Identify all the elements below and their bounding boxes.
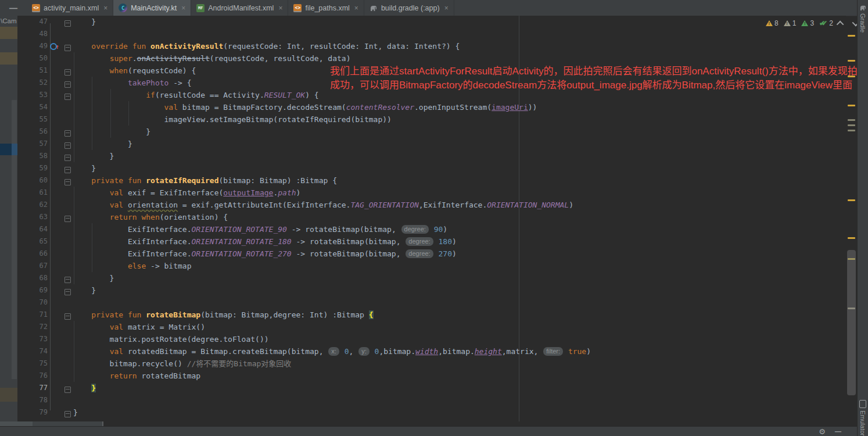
fold-column[interactable]: [62, 89, 73, 101]
fold-close-icon[interactable]: [64, 277, 71, 283]
fold-close-icon[interactable]: [64, 411, 71, 417]
warning-count-weak[interactable]: ! 1: [784, 19, 797, 27]
fold-column[interactable]: [62, 65, 73, 77]
fold-close-icon[interactable]: [64, 20, 71, 27]
fold-column[interactable]: [62, 40, 73, 52]
fold-column[interactable]: [62, 211, 73, 223]
close-icon[interactable]: ×: [444, 4, 449, 12]
fold-open-icon[interactable]: [64, 179, 71, 185]
line-number[interactable]: 73: [17, 333, 48, 345]
fold-column[interactable]: [62, 309, 73, 321]
project-panel-scrollbar[interactable]: [12, 100, 17, 379]
line-number[interactable]: 66: [17, 248, 48, 260]
fold-close-icon[interactable]: [64, 167, 71, 173]
line-number[interactable]: 55: [17, 113, 48, 126]
line-number[interactable]: 77: [17, 382, 48, 394]
line-number[interactable]: 62: [17, 199, 48, 211]
fold-open-icon[interactable]: [64, 69, 71, 76]
fold-open-icon[interactable]: [64, 94, 71, 100]
tab-androidmanifest-xml[interactable]: MFAndroidManifest.xml×: [191, 0, 288, 16]
error-stripe-mark[interactable]: [848, 199, 855, 201]
line-number[interactable]: 75: [17, 358, 48, 370]
line-number[interactable]: 67: [17, 260, 48, 272]
ok-count[interactable]: ✔✔ 2: [819, 19, 833, 27]
line-number[interactable]: 71: [17, 309, 48, 321]
fold-close-icon[interactable]: [64, 142, 71, 149]
line-number[interactable]: 53: [17, 89, 48, 101]
inspections-widget[interactable]: ! 8 ! 1 ! 3 ✔✔ 2: [766, 19, 858, 27]
editor-scrollbar[interactable]: [846, 16, 858, 427]
fold-column[interactable]: [62, 126, 73, 138]
error-stripe-mark[interactable]: [848, 237, 855, 239]
project-row-highlight[interactable]: [0, 27, 17, 39]
fold-column[interactable]: [62, 16, 73, 28]
warning-count-yellow[interactable]: ! 8: [766, 19, 779, 27]
close-icon[interactable]: ×: [354, 4, 358, 12]
fold-open-icon[interactable]: [64, 216, 71, 222]
line-number[interactable]: 76: [17, 370, 48, 382]
code-editor[interactable]: 47 }4849↑ override fun onActivityResult(…: [17, 16, 846, 427]
line-number[interactable]: 48: [17, 28, 48, 40]
fold-close-icon[interactable]: [64, 289, 71, 295]
tool-tab-gradle[interactable]: Gradle: [858, 5, 868, 33]
fold-column[interactable]: [62, 272, 73, 284]
fold-close-icon[interactable]: [64, 387, 71, 393]
line-number[interactable]: 68: [17, 272, 48, 284]
project-panel-sliver[interactable]: \Cam: [0, 16, 17, 427]
project-row-highlight[interactable]: [0, 52, 17, 65]
close-icon[interactable]: ×: [278, 4, 282, 12]
fold-column[interactable]: [62, 174, 73, 187]
close-icon[interactable]: ×: [181, 4, 185, 12]
line-number[interactable]: 54: [17, 101, 48, 113]
close-icon[interactable]: ×: [103, 4, 107, 12]
override-marker-icon[interactable]: ↑: [48, 40, 62, 53]
error-stripe-mark[interactable]: [848, 105, 855, 106]
line-number[interactable]: 56: [17, 126, 48, 138]
line-number[interactable]: 74: [17, 345, 48, 358]
line-number[interactable]: 47: [17, 16, 48, 28]
project-row-highlight[interactable]: [0, 388, 17, 402]
tool-tab-emulator[interactable]: Emulator: [858, 400, 868, 436]
line-number[interactable]: 58: [17, 150, 48, 162]
line-number[interactable]: 59: [17, 162, 48, 174]
warning-count-green[interactable]: ! 3: [801, 19, 814, 27]
tab-activity-main-xml[interactable]: <>activity_main.xml×: [27, 0, 113, 16]
line-number[interactable]: 63: [17, 211, 48, 223]
line-number[interactable]: 79: [17, 406, 48, 419]
line-number[interactable]: 65: [17, 235, 48, 248]
line-number[interactable]: 70: [17, 296, 48, 309]
fold-column[interactable]: [62, 406, 73, 419]
fold-column[interactable]: [62, 382, 73, 394]
tab-mainactivity-kt[interactable]: CMainActivity.kt×: [113, 0, 191, 16]
error-stripe-mark[interactable]: [848, 124, 855, 126]
line-number[interactable]: 49: [17, 40, 48, 52]
fold-column[interactable]: [62, 138, 73, 150]
project-row-selected[interactable]: [12, 144, 17, 155]
previous-issue-chevron-icon[interactable]: [837, 20, 844, 28]
tab-file-paths-xml[interactable]: <>file_paths.xml×: [288, 0, 364, 16]
fold-column[interactable]: [62, 150, 73, 162]
fold-close-icon[interactable]: [64, 155, 71, 161]
line-number[interactable]: 52: [17, 77, 48, 89]
fold-open-icon[interactable]: [64, 45, 71, 51]
line-number[interactable]: 64: [17, 223, 48, 235]
error-stripe-mark[interactable]: [848, 60, 855, 62]
collapse-icon[interactable]: —: [835, 428, 841, 435]
line-number[interactable]: 50: [17, 52, 48, 65]
fold-column[interactable]: [62, 284, 73, 296]
line-number[interactable]: 72: [17, 321, 48, 333]
scrollbar-thumb[interactable]: [847, 250, 856, 395]
line-number[interactable]: 51: [17, 65, 48, 77]
error-stripe-mark[interactable]: [848, 130, 855, 131]
fold-open-icon[interactable]: [64, 81, 71, 88]
line-number[interactable]: 61: [17, 187, 48, 199]
fold-column[interactable]: [62, 162, 73, 174]
error-stripe-mark[interactable]: [848, 119, 855, 121]
line-number[interactable]: 78: [17, 394, 48, 406]
line-number[interactable]: 57: [17, 138, 48, 150]
error-stripe-mark[interactable]: [848, 76, 855, 77]
error-stripe-mark[interactable]: [848, 35, 855, 37]
tab-build-gradle-app-[interactable]: build.gradle (:app)×: [364, 0, 454, 16]
gear-icon[interactable]: ⚙: [819, 427, 826, 436]
line-number[interactable]: 60: [17, 174, 48, 187]
